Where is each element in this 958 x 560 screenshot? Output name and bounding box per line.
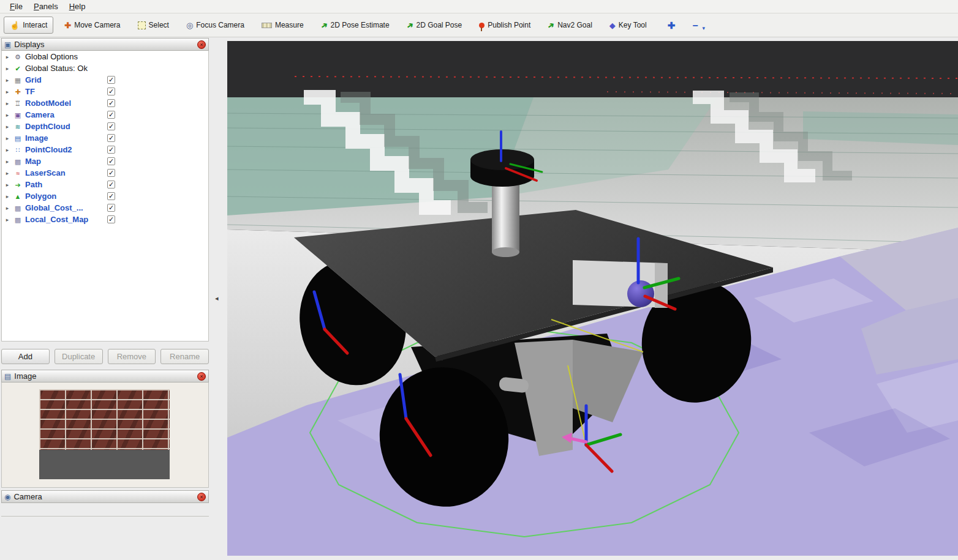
expander-icon[interactable]: ▸ xyxy=(4,135,10,141)
display-checkbox[interactable]: ✓ xyxy=(107,215,115,223)
display-checkbox[interactable]: ✓ xyxy=(107,76,115,84)
display-label: Image xyxy=(25,133,48,143)
image-panel-header[interactable]: ▤ Image × xyxy=(1,370,209,383)
display-row-global-status[interactable]: ▸ ✔ Global Status: Ok xyxy=(2,62,208,74)
menu-help[interactable]: Help xyxy=(64,1,91,12)
toolbar: ☝ Interact ✚ Move Camera Select ◎ Focus … xyxy=(0,13,958,37)
expander-icon[interactable]: ▸ xyxy=(4,65,10,72)
tool-move-camera[interactable]: ✚ Move Camera xyxy=(58,17,126,34)
expander-icon[interactable]: ▸ xyxy=(4,124,10,130)
menu-bar: File Panels Help xyxy=(0,0,958,13)
display-label: RobotModel xyxy=(25,99,71,108)
display-row-map[interactable]: ▸ ▩ Map ✓ xyxy=(2,155,208,167)
expander-icon[interactable]: ▸ xyxy=(4,205,10,211)
close-icon[interactable]: × xyxy=(197,40,206,49)
display-row-depthcloud[interactable]: ▸ ≋ DepthCloud ✓ xyxy=(2,121,208,132)
display-row-pointcloud2[interactable]: ▸ ∷ PointCloud2 ✓ xyxy=(2,144,208,155)
rename-button[interactable]: Rename xyxy=(160,349,209,364)
expander-icon[interactable]: ▸ xyxy=(4,112,10,118)
display-checkbox[interactable]: ✓ xyxy=(107,192,115,200)
display-checkbox[interactable]: ✓ xyxy=(107,204,115,212)
expander-icon[interactable]: ▸ xyxy=(4,170,10,176)
expander-icon[interactable]: ▸ xyxy=(4,193,10,200)
expander-icon[interactable]: ▸ xyxy=(4,100,10,106)
expander-icon[interactable]: ▸ xyxy=(4,54,10,60)
remove-tool-button[interactable]: − ▾ xyxy=(686,17,711,34)
expander-icon[interactable]: ▸ xyxy=(4,182,10,188)
image-panel: ▤ Image × xyxy=(1,370,209,488)
tool-label: Measure xyxy=(275,21,304,29)
camera-panel: ◉ Camera × xyxy=(1,490,209,560)
expander-icon[interactable]: ▸ xyxy=(4,147,10,153)
displays-panel-header[interactable]: ▣ Displays × xyxy=(1,38,209,51)
panel-collapse-arrow[interactable]: ◂ xyxy=(215,294,219,302)
close-icon[interactable]: × xyxy=(197,372,206,381)
tool-label: Select xyxy=(149,21,169,29)
green-arrow-icon: ➔ xyxy=(319,20,329,31)
tool-2d-pose-estimate[interactable]: ➔ 2D Pose Estimate xyxy=(315,17,396,34)
expander-icon[interactable]: ▸ xyxy=(4,89,10,95)
display-row-laserscan[interactable]: ▸ ≈ LaserScan ✓ xyxy=(2,167,208,179)
display-row-polygon[interactable]: ▸ ▲ Polygon ✓ xyxy=(2,190,208,202)
camera-panel-icon: ◉ xyxy=(4,493,10,501)
scene-sky xyxy=(227,41,958,97)
display-checkbox[interactable]: ✓ xyxy=(107,169,115,177)
tool-publish-point[interactable]: Publish Point xyxy=(473,17,537,34)
camera-panel-header[interactable]: ◉ Camera × xyxy=(1,490,209,503)
add-tool-button[interactable]: ✚ xyxy=(662,17,682,34)
tool-measure[interactable]: Measure xyxy=(255,17,310,34)
display-row-camera[interactable]: ▸ ▣ Camera ✓ xyxy=(2,109,208,121)
display-checkbox[interactable]: ✓ xyxy=(107,88,115,95)
menu-panels[interactable]: Panels xyxy=(29,1,63,12)
display-row-global-options[interactable]: ▸ ⚙ Global Options xyxy=(2,51,208,62)
expander-icon[interactable]: ▸ xyxy=(4,217,10,223)
depthcloud-icon: ≋ xyxy=(13,123,23,130)
key-diamond-icon: ◆ xyxy=(609,21,616,29)
display-row-robotmodel[interactable]: ▸ ♖ RobotModel ✓ xyxy=(2,97,208,109)
green-arrow-icon: ➔ xyxy=(405,20,415,31)
display-row-grid[interactable]: ▸ ▦ Grid ✓ xyxy=(2,74,208,86)
display-row-image[interactable]: ▸ ▤ Image ✓ xyxy=(2,132,208,144)
display-row-global-cost-map[interactable]: ▸ ▩ Global_Cost_... ✓ xyxy=(2,202,208,214)
display-checkbox[interactable]: ✓ xyxy=(107,122,115,130)
map-pin-icon xyxy=(479,23,485,28)
display-checkbox[interactable]: ✓ xyxy=(107,134,115,142)
ruler-icon xyxy=(262,23,272,28)
display-label: PointCloud2 xyxy=(25,145,72,154)
display-checkbox[interactable]: ✓ xyxy=(107,181,115,189)
display-row-path[interactable]: ▸ ➔ Path ✓ xyxy=(2,179,208,190)
tool-focus-camera[interactable]: ◎ Focus Camera xyxy=(180,17,251,34)
expander-icon[interactable]: ▸ xyxy=(4,159,10,165)
robot-icon: ♖ xyxy=(13,100,23,107)
tool-select[interactable]: Select xyxy=(132,17,175,34)
display-checkbox[interactable]: ✓ xyxy=(107,146,115,154)
display-checkbox[interactable]: ✓ xyxy=(107,111,115,119)
image-view xyxy=(1,383,209,488)
close-icon[interactable]: × xyxy=(197,493,206,501)
laserscan-icon: ≈ xyxy=(13,170,23,177)
tool-label: 2D Pose Estimate xyxy=(331,21,390,29)
displays-panel: ▣ Displays × ▸ ⚙ Global Options ▸ ✔ Glob… xyxy=(1,38,209,342)
tool-nav2-goal[interactable]: ➔ Nav2 Goal xyxy=(541,17,598,34)
selection-box-icon xyxy=(138,21,146,29)
expander-icon[interactable]: ▸ xyxy=(4,77,10,83)
display-row-tf[interactable]: ▸ ✚ TF ✓ xyxy=(2,86,208,97)
remove-button[interactable]: Remove xyxy=(108,349,156,364)
image-panel-icon: ▤ xyxy=(4,372,11,381)
hand-cursor-icon: ☝ xyxy=(10,21,20,29)
display-checkbox[interactable]: ✓ xyxy=(107,99,115,107)
menu-file[interactable]: File xyxy=(5,1,28,12)
camera-panel-title: Camera xyxy=(13,492,42,501)
display-row-local-cost-map[interactable]: ▸ ▩ Local_Cost_Map ✓ xyxy=(2,214,208,225)
add-button[interactable]: Add xyxy=(1,349,50,364)
display-checkbox[interactable]: ✓ xyxy=(107,157,115,165)
move-arrows-icon: ✚ xyxy=(64,21,71,29)
polygon-icon: ▲ xyxy=(13,193,23,200)
grid-icon: ▦ xyxy=(13,77,23,84)
tool-interact[interactable]: ☝ Interact xyxy=(4,17,53,34)
tool-2d-goal-pose[interactable]: ➔ 2D Goal Pose xyxy=(401,17,469,34)
image-panel-title: Image xyxy=(14,371,36,381)
3d-viewport[interactable] xyxy=(227,41,958,556)
tool-key-tool[interactable]: ◆ Key Tool xyxy=(603,17,653,34)
duplicate-button[interactable]: Duplicate xyxy=(55,349,103,364)
